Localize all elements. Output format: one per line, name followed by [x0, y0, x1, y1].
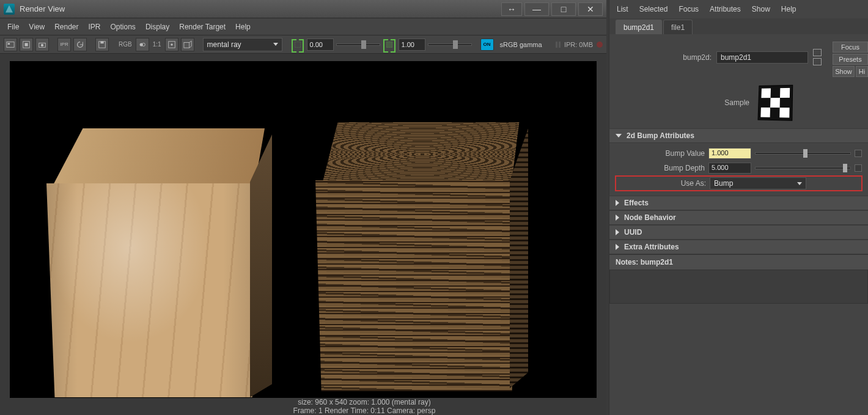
section-uuid-header[interactable]: UUID [609, 226, 868, 240]
menu-help[interactable]: Help [235, 23, 251, 31]
attr-menu-help[interactable]: Help [781, 5, 796, 13]
presets-button[interactable]: Presets [833, 54, 868, 65]
bump-depth-map-icon[interactable] [855, 164, 862, 172]
disclosure-right-icon [616, 244, 619, 250]
minimize-button[interactable]: — [524, 2, 549, 16]
attr-menu-attributes[interactable]: Attributes [710, 5, 741, 13]
exposure-low-icon[interactable] [291, 38, 304, 51]
disclosure-right-icon [616, 229, 619, 235]
gamma-toggle[interactable]: ON [480, 39, 494, 51]
disclosure-right-icon [616, 200, 619, 206]
focus-button[interactable]: Focus [833, 42, 868, 53]
tab-file1[interactable]: file1 [663, 20, 693, 34]
ipr-status-text: IPR: 0MB [564, 41, 593, 48]
renderer-select[interactable]: mental ray [203, 38, 282, 51]
node-name-field[interactable]: bump2d1 [716, 51, 808, 64]
bump-value-field[interactable]: 1.000 [708, 148, 751, 159]
bump-depth-slider[interactable] [755, 167, 851, 169]
section-2d-bump-header[interactable]: 2d Bump Attributes [609, 129, 868, 143]
attr-menu-list[interactable]: List [617, 5, 628, 13]
render-menubar: File View Render IPR Options Display Ren… [0, 18, 606, 35]
bump-depth-field[interactable]: 5.000 [708, 163, 751, 174]
bump-value-row: Bump Value 1.000 [616, 147, 862, 160]
use-as-row: Use As: Bump [616, 176, 862, 191]
chevron-down-icon [797, 182, 802, 185]
section-effects-title: Effects [624, 199, 649, 207]
section-effects-header[interactable]: Effects [609, 196, 868, 210]
go-input-icon[interactable] [813, 49, 822, 56]
window-controls: ↔ — □ ✕ [501, 2, 603, 16]
window-title: Render View [20, 4, 65, 13]
section-uuid-title: UUID [624, 228, 642, 237]
ipr-record-icon[interactable] [597, 42, 603, 48]
status-frame: Frame: 1 [293, 406, 323, 415]
hide-button[interactable]: Hi [856, 66, 868, 77]
render-region-icon[interactable] [20, 38, 33, 51]
section-extra-header[interactable]: Extra Attributes [609, 240, 868, 254]
disclosure-down-icon [616, 134, 622, 138]
ipr-start-icon[interactable]: IPR [57, 38, 71, 51]
pin-button[interactable]: ↔ [501, 2, 522, 16]
node-type-label: bump2d: [683, 53, 712, 62]
sample-swatch[interactable] [758, 86, 792, 120]
render-toolbar: IPR RGB 1:1 mental ray 0.00 1.00 ON sRGB… [0, 35, 606, 54]
render-status: size: 960 x 540 zoom: 1.000 (mental ray)… [0, 398, 606, 415]
maximize-button[interactable]: □ [551, 2, 576, 16]
tab-bump2d1[interactable]: bump2d1 [616, 20, 662, 34]
use-as-dropdown[interactable]: Bump [710, 177, 806, 189]
use-as-value: Bump [714, 179, 733, 188]
rgb-label: RGB [117, 41, 133, 48]
attr-tabs: bump2d1 file1 [609, 18, 868, 34]
menu-view[interactable]: View [29, 23, 45, 31]
close-button[interactable]: ✕ [578, 2, 603, 16]
section-node-behavior-header[interactable]: Node Behavior [609, 211, 868, 225]
notes-header[interactable]: Notes: bump2d1 [609, 254, 868, 270]
go-output-icon[interactable] [813, 58, 822, 65]
exposure-high-field[interactable]: 1.00 [399, 39, 425, 51]
menu-render-target[interactable]: Render Target [179, 23, 226, 31]
exposure-high-slider[interactable] [428, 43, 472, 46]
attr-menu-selected[interactable]: Selected [639, 5, 668, 13]
menu-file[interactable]: File [7, 23, 19, 31]
svg-rect-3 [24, 43, 28, 46]
menu-display[interactable]: Display [145, 23, 169, 31]
gamma-label: sRGB gamma [496, 41, 542, 48]
real-size-icon[interactable] [165, 38, 178, 51]
render-canvas-area [0, 54, 606, 398]
bump-depth-label: Bump Depth [616, 164, 705, 172]
section-extra: Extra Attributes [609, 240, 868, 254]
node-header: bump2d: bump2d1 Focus Presets Show Hi [609, 34, 868, 77]
rendered-cube-bump [309, 122, 523, 385]
use-as-label: Use As: [617, 179, 706, 188]
sample-row: Sample [609, 77, 868, 128]
bump-value-map-icon[interactable] [855, 150, 862, 157]
snapshot-icon[interactable] [35, 38, 49, 51]
section-effects: Effects [609, 196, 868, 210]
menu-options[interactable]: Options [111, 23, 136, 31]
ipr-pause-icon[interactable] [556, 42, 561, 48]
show-button[interactable]: Show [833, 66, 855, 77]
attr-menu-show[interactable]: Show [752, 5, 770, 13]
render-canvas[interactable] [10, 61, 597, 398]
title-bar: Render View ↔ — □ ✕ [0, 0, 606, 18]
channel-toggle-icon[interactable] [136, 38, 149, 51]
bump-depth-row: Bump Depth 5.000 [616, 161, 862, 175]
status-time: Render Time: 0:11 [325, 406, 385, 415]
chevron-down-icon [273, 43, 278, 46]
renderer-value: mental ray [207, 40, 241, 49]
status-size: size: 960 x 540 zoom: 1.000 [298, 398, 389, 406]
keep-image-icon[interactable] [181, 38, 194, 51]
attr-menu-focus[interactable]: Focus [679, 5, 699, 13]
menu-ipr[interactable]: IPR [89, 23, 101, 31]
bump-value-slider[interactable] [755, 152, 851, 155]
menu-render[interactable]: Render [54, 23, 78, 31]
exposure-low-field[interactable]: 0.00 [307, 39, 334, 51]
ipr-refresh-icon[interactable] [73, 38, 87, 51]
save-image-icon[interactable] [95, 38, 109, 51]
section-uuid: UUID [609, 225, 868, 240]
attr-body: bump2d: bump2d1 Focus Presets Show Hi Sa… [609, 34, 868, 415]
exposure-low-slider[interactable] [336, 43, 380, 46]
exposure-high-icon[interactable] [383, 38, 396, 51]
render-frame-icon[interactable] [4, 38, 17, 51]
notes-textarea[interactable] [609, 270, 868, 304]
